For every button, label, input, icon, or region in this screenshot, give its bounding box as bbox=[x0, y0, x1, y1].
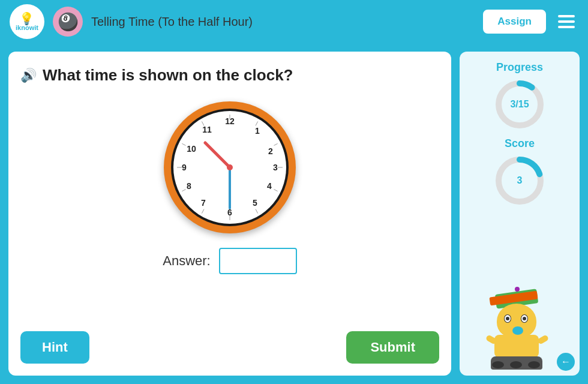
logo: 💡 iknowit bbox=[10, 4, 44, 39]
clock-num-4: 4 bbox=[267, 181, 272, 191]
mascot-pupil-left bbox=[506, 317, 509, 320]
clock-numbers-svg: 12 1 2 3 4 5 6 7 8 bbox=[173, 111, 286, 224]
progress-value: 3/15 bbox=[510, 99, 529, 110]
svg-line-1 bbox=[256, 121, 258, 125]
mascot-pupil-right bbox=[523, 317, 526, 320]
hint-button[interactable]: Hint bbox=[20, 331, 89, 364]
clock-center-dot bbox=[227, 164, 233, 170]
menu-line-3 bbox=[558, 26, 575, 28]
progress-section: Progress 3/15 bbox=[493, 61, 547, 131]
mascot-wheel-mid bbox=[510, 361, 522, 368]
hour-hand bbox=[205, 143, 230, 167]
question-text: What time is shown on the clock? bbox=[43, 66, 293, 85]
mascot-header-icon: 🎱 bbox=[53, 7, 83, 37]
clock-face: 12 1 2 3 4 5 6 7 8 bbox=[173, 111, 286, 224]
svg-line-5 bbox=[256, 209, 258, 214]
logo-text: iknowit bbox=[16, 25, 38, 31]
lesson-title: Telling Time (To the Half Hour) bbox=[91, 15, 475, 29]
score-value: 3 bbox=[517, 175, 523, 186]
mascot-figure bbox=[484, 292, 556, 370]
svg-line-8 bbox=[182, 190, 185, 191]
menu-line-1 bbox=[558, 15, 575, 17]
clock-num-8: 8 bbox=[187, 181, 191, 191]
mascot-pacifier bbox=[512, 326, 523, 335]
mascot-body bbox=[494, 335, 539, 358]
clock-num-7: 7 bbox=[201, 198, 206, 208]
sound-icon[interactable]: 🔊 bbox=[20, 68, 37, 83]
clock-num-9: 9 bbox=[182, 163, 187, 172]
score-donut: 3 bbox=[493, 154, 547, 208]
bottom-buttons: Hint Submit bbox=[20, 331, 439, 364]
clock-num-1: 1 bbox=[255, 126, 260, 136]
clock-num-3: 3 bbox=[273, 163, 278, 172]
progress-label: Progress bbox=[496, 61, 543, 74]
back-button[interactable]: ← bbox=[557, 353, 575, 371]
score-label: Score bbox=[505, 137, 535, 150]
right-panel: Progress 3/15 Score 3 bbox=[460, 52, 580, 376]
svg-line-7 bbox=[202, 209, 204, 214]
clock-num-10: 10 bbox=[187, 144, 196, 154]
clock-num-2: 2 bbox=[268, 146, 273, 156]
logo-bulb: 💡 bbox=[19, 13, 34, 25]
mascot-area bbox=[466, 214, 574, 370]
answer-area: Answer: bbox=[163, 248, 296, 274]
header: 💡 iknowit 🎱 Telling Time (To the Half Ho… bbox=[0, 0, 588, 43]
answer-input[interactable] bbox=[219, 248, 297, 274]
mascot-wheel-left bbox=[492, 361, 504, 368]
svg-line-10 bbox=[182, 143, 185, 145]
clock-num-11: 11 bbox=[202, 125, 212, 134]
mascot-propeller bbox=[515, 287, 520, 292]
svg-line-4 bbox=[274, 190, 278, 191]
mascot-arm-right bbox=[537, 334, 550, 345]
answer-label: Answer: bbox=[163, 253, 210, 269]
svg-line-2 bbox=[274, 143, 278, 145]
assign-button[interactable]: Assign bbox=[483, 10, 546, 34]
score-section: Score 3 bbox=[493, 137, 547, 208]
mascot-wheel-right bbox=[528, 361, 540, 368]
submit-button[interactable]: Submit bbox=[346, 331, 439, 364]
question-panel: 🔊 What time is shown on the clock? 12 1 … bbox=[8, 52, 451, 376]
menu-line-2 bbox=[558, 20, 575, 23]
question-area: 🔊 What time is shown on the clock? bbox=[20, 66, 439, 85]
menu-button[interactable] bbox=[554, 11, 578, 32]
clock-num-5: 5 bbox=[253, 198, 257, 208]
main-content: 🔊 What time is shown on the clock? 12 1 … bbox=[0, 43, 588, 384]
back-icon: ← bbox=[561, 356, 571, 367]
clock: 12 1 2 3 4 5 6 7 8 bbox=[164, 101, 296, 233]
mascot-dots: 🎱 bbox=[58, 12, 79, 32]
progress-donut: 3/15 bbox=[493, 77, 547, 131]
